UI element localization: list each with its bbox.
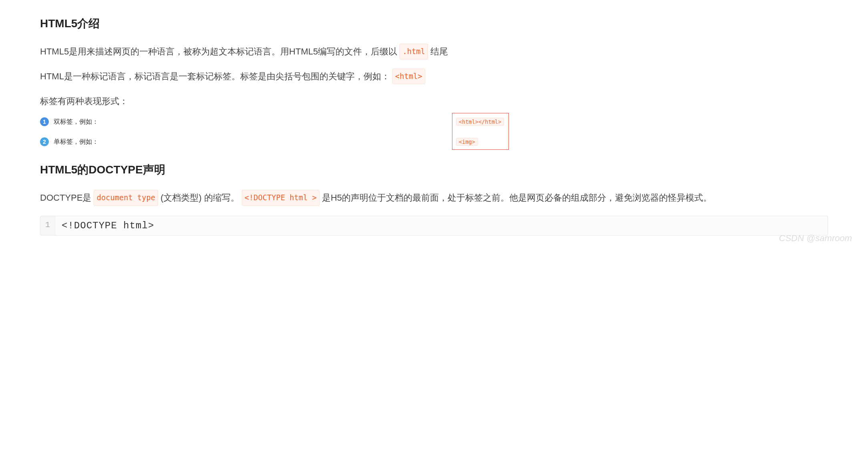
section1-para1: HTML5是用来描述网页的一种语言，被称为超文本标记语言。用HTML5编写的文件… xyxy=(40,43,828,60)
code-content: <!DOCTYPE html> xyxy=(55,216,161,235)
list-item-code-cell: <img> xyxy=(456,138,828,146)
list-number-badge: 1 xyxy=(40,117,49,126)
inline-code-document-type: document type xyxy=(94,190,158,206)
para-text: DOCTYPE是 xyxy=(40,193,91,203)
section1-para3: 标签有两种表现形式： xyxy=(40,93,828,110)
code-line-number: 1 xyxy=(40,216,55,235)
inline-code-doctype: <!DOCTYPE html > xyxy=(242,190,319,206)
code-block: 1 <!DOCTYPE html> xyxy=(40,216,828,236)
section1-para2: HTML是一种标记语言，标记语言是一套标记标签。标签是由尖括号包围的关键字，例如… xyxy=(40,68,828,85)
para-text: (文档类型) 的缩写。 xyxy=(161,193,239,203)
para1-text-b: 结尾 xyxy=(430,46,448,56)
para-text: 是H5的声明位于文档的最前面，处于标签之前。他是网页必备的组成部分，避免浏览器的… xyxy=(322,193,712,203)
inline-code-html-tag: <html> xyxy=(392,68,425,85)
section2-para1: DOCTYPE是 document type (文档类型) 的缩写。 <!DOC… xyxy=(40,189,828,206)
list-item: 1 双标签，例如： xyxy=(40,117,450,126)
list-number-badge: 2 xyxy=(40,137,49,146)
section2-heading: HTML5的DOCTYPE声明 xyxy=(40,162,828,177)
list-item-code-cell: <html></html> xyxy=(456,118,828,126)
list-item: 2 单标签，例如： xyxy=(40,137,450,146)
inline-code-double-tag: <html></html> xyxy=(456,118,504,126)
inline-code-html-ext: .html xyxy=(400,44,428,60)
para2-text-a: HTML是一种标记语言，标记语言是一套标记标签。标签是由尖括号包围的关键字，例如… xyxy=(40,71,390,81)
inline-code-single-tag: <img> xyxy=(456,138,478,146)
tag-forms-list: 1 双标签，例如： <html></html> 2 单标签，例如： <img> xyxy=(40,117,828,146)
list-item-label: 单标签，例如： xyxy=(54,138,126,146)
list-item-label: 双标签，例如： xyxy=(54,118,126,126)
section1-heading: HTML5介绍 xyxy=(40,16,828,31)
para1-text-a: HTML5是用来描述网页的一种语言，被称为超文本标记语言。用HTML5编写的文件… xyxy=(40,46,397,56)
